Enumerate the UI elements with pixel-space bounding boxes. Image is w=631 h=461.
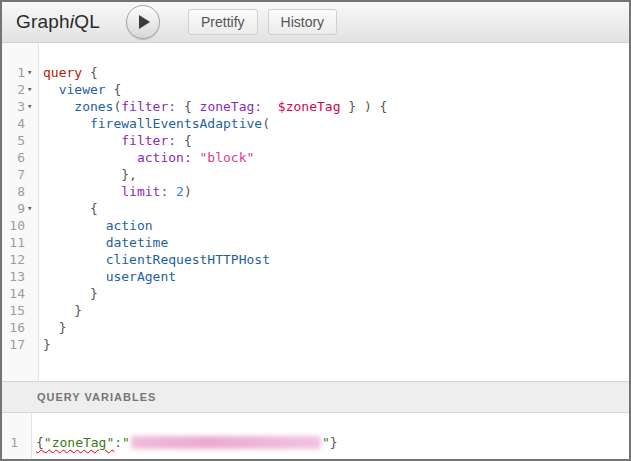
- variables-line-number: 1: [10, 434, 20, 451]
- code-token: viewer: [59, 82, 106, 97]
- line-number-label: 1: [17, 64, 27, 81]
- prettify-button[interactable]: Prettify: [188, 9, 258, 35]
- code-token: [43, 184, 121, 199]
- code-token: [43, 303, 74, 318]
- fold-arrow-icon[interactable]: ▾: [27, 64, 38, 81]
- line-number: 10: [2, 217, 38, 234]
- code-line[interactable]: action: "block": [43, 149, 629, 166]
- code-line[interactable]: action: [43, 217, 629, 234]
- code-token: action:: [137, 150, 192, 165]
- code-line[interactable]: query {: [43, 64, 629, 81]
- code-line[interactable]: }: [43, 319, 629, 336]
- line-number-label: 7: [17, 166, 27, 183]
- query-variables-title: QUERY VARIABLES: [37, 391, 156, 403]
- code-line[interactable]: {"zoneTag":""}: [36, 434, 629, 451]
- code-line[interactable]: userAgent: [43, 268, 629, 285]
- line-number: 16: [2, 319, 38, 336]
- toolbar: GraphiQL Prettify History: [2, 2, 629, 43]
- code-token: }: [330, 435, 338, 450]
- code-token: limit:: [121, 184, 168, 199]
- execute-query-button[interactable]: [126, 5, 160, 39]
- line-number-label: 4: [17, 115, 27, 132]
- line-number: 7: [2, 166, 38, 183]
- code-line[interactable]: {: [43, 200, 629, 217]
- line-number-label: 5: [17, 132, 27, 149]
- line-number-label: 6: [17, 149, 27, 166]
- line-number-label: 14: [9, 285, 27, 302]
- code-token: action: [106, 218, 153, 233]
- code-token: [43, 167, 121, 182]
- fold-spacer: [27, 217, 38, 234]
- code-line[interactable]: }: [43, 285, 629, 302]
- fold-spacer: [27, 183, 38, 200]
- code-token: {: [176, 133, 192, 148]
- variables-editor[interactable]: 1 {"zoneTag":""}: [2, 413, 629, 459]
- line-number: 15: [2, 302, 38, 319]
- code-token: userAgent: [106, 269, 176, 284]
- fold-arrow-icon[interactable]: ▾: [27, 81, 38, 98]
- code-token: zones: [74, 99, 113, 114]
- variables-code-area[interactable]: {"zoneTag":""}: [32, 413, 629, 459]
- code-token: firewallEventsAdaptive: [90, 116, 262, 131]
- line-number: 4: [2, 115, 38, 132]
- fold-spacer: [27, 336, 38, 353]
- fold-spacer: [27, 285, 38, 302]
- code-token: datetime: [106, 235, 169, 250]
- code-line[interactable]: }: [43, 302, 629, 319]
- line-number-label: 16: [9, 319, 27, 336]
- code-token: [43, 150, 137, 165]
- code-token: zoneTag:: [200, 99, 263, 114]
- line-number: 1: [2, 434, 31, 451]
- code-line[interactable]: filter: {: [43, 132, 629, 149]
- code-token: }: [43, 337, 51, 352]
- line-number-label: 12: [9, 251, 27, 268]
- code-token: [168, 184, 176, 199]
- code-line[interactable]: limit: 2): [43, 183, 629, 200]
- code-token: [192, 150, 200, 165]
- query-editor[interactable]: 1▾2▾3▾456789▾1011121314151617 query { vi…: [2, 43, 629, 381]
- code-line[interactable]: clientRequestHTTPHost: [43, 251, 629, 268]
- line-number: 5: [2, 132, 38, 149]
- line-number: 2▾: [2, 81, 38, 98]
- line-number: 13: [2, 268, 38, 285]
- code-token: [43, 286, 90, 301]
- line-number-label: 9: [17, 200, 27, 217]
- code-token: {: [90, 201, 98, 216]
- fold-arrow-icon[interactable]: ▾: [27, 98, 38, 115]
- line-number-label: 10: [9, 217, 27, 234]
- code-token: [43, 320, 59, 335]
- code-line[interactable]: firewallEventsAdaptive(: [43, 115, 629, 132]
- fold-spacer: [27, 268, 38, 285]
- code-line[interactable]: zones(filter: { zoneTag: $zoneTag } ) {: [43, 98, 629, 115]
- line-number: 6: [2, 149, 38, 166]
- code-token: "zoneTag": [44, 435, 114, 450]
- line-number: 1▾: [2, 64, 38, 81]
- code-line[interactable]: }: [43, 336, 629, 353]
- code-token: ": [322, 435, 330, 450]
- query-variables-header[interactable]: QUERY VARIABLES: [2, 381, 629, 413]
- code-line[interactable]: },: [43, 166, 629, 183]
- line-number-label: 11: [9, 234, 27, 251]
- code-token: [43, 252, 106, 267]
- history-button[interactable]: History: [268, 9, 338, 35]
- code-token: [43, 99, 74, 114]
- code-token: {: [82, 65, 98, 80]
- graphiql-app: GraphiQL Prettify History 1▾2▾3▾456789▾1…: [0, 0, 631, 461]
- code-token: filter:: [121, 133, 176, 148]
- fold-spacer: [27, 302, 38, 319]
- code-token: [43, 269, 106, 284]
- code-token: {: [36, 435, 44, 450]
- code-line[interactable]: datetime: [43, 234, 629, 251]
- fold-spacer: [20, 434, 31, 451]
- code-token: filter:: [121, 99, 176, 114]
- fold-spacer: [27, 132, 38, 149]
- code-token: $zoneTag: [278, 99, 341, 114]
- fold-spacer: [27, 166, 38, 183]
- query-code-area[interactable]: query { viewer { zones(filter: { zoneTag…: [39, 43, 629, 381]
- fold-arrow-icon[interactable]: ▾: [27, 200, 38, 217]
- code-token: }: [59, 320, 67, 335]
- code-line[interactable]: viewer {: [43, 81, 629, 98]
- code-token: },: [121, 167, 137, 182]
- code-token: }: [90, 286, 98, 301]
- variables-gutter: 1: [2, 413, 32, 459]
